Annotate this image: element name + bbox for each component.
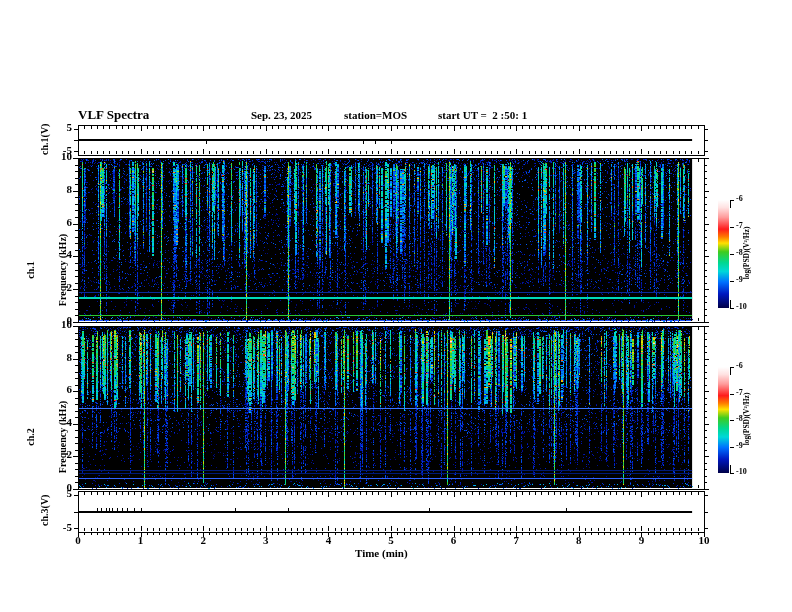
y-tick-label-spec1: 6 [48,217,72,229]
ch1-axis-channel: ch.1 [26,188,37,352]
x-tick-label: 3 [253,535,279,547]
x-tick-label: 6 [441,535,467,547]
y-tick-label-strip2: 5 [48,488,72,500]
y-tick-label-spec2: 6 [48,384,72,396]
y-tick-label-spec2: 8 [48,352,72,364]
header-station: station=MOS [344,110,407,122]
time-axis-label: Time (min) [355,548,408,560]
colorbar1-tick-label: -8 [736,249,743,257]
y-tick-label-spec1: 2 [48,282,72,294]
y-tick-label-spec2: 4 [48,417,72,429]
y-tick-label-spec2: 2 [48,449,72,461]
x-tick-label: 2 [190,535,216,547]
colorbar2-tick-label: -8 [736,415,743,423]
x-tick-label: 7 [503,535,529,547]
page-title: VLF Spectra [78,108,149,122]
ch2-axis-channel: ch.2 [26,355,37,519]
colorbar1-label: log(PSD)(V²/Hz) [743,200,751,306]
colorbar1-tick-label: -10 [736,303,747,311]
header-start-ut: start UT = 2 :50: 1 [438,110,527,122]
colorbar2-tick-label: -9 [736,442,743,450]
y-tick-label-spec1: 8 [48,184,72,196]
y-tick-label-strip1: 5 [48,122,72,134]
x-tick-label: 5 [378,535,404,547]
header-date: Sep. 23, 2025 [251,110,312,122]
x-tick-label: 9 [628,535,654,547]
colorbar1-tick-label: -7 [736,222,743,230]
colorbar2-tick-label: -10 [736,468,747,476]
colorbar1-tick-label: -9 [736,276,743,284]
vlf-spectra-figure: VLF Spectra Sep. 23, 2025 station=MOS st… [0,0,792,612]
spectra-plot-canvas [0,0,792,612]
ch1-frequency-axis-label: ch.1 Frequency (kHz) [5,188,89,352]
x-tick-label: 1 [128,535,154,547]
y-tick-label-strip2: -5 [48,522,72,534]
x-tick-label: 10 [691,535,717,547]
y-tick-label-spec2: 10 [48,319,72,331]
y-tick-label-strip1: -5 [48,145,72,157]
colorbar2-tick-label: -7 [736,389,743,397]
x-tick-label: 4 [315,535,341,547]
colorbar2-label: log(PSD)(V²/Hz) [743,366,751,472]
x-tick-label: 0 [65,535,91,547]
y-tick-label-spec1: 4 [48,249,72,261]
colorbar1-tick-label: -6 [736,195,743,203]
colorbar2-tick-label: -6 [736,362,743,370]
x-tick-label: 8 [566,535,592,547]
